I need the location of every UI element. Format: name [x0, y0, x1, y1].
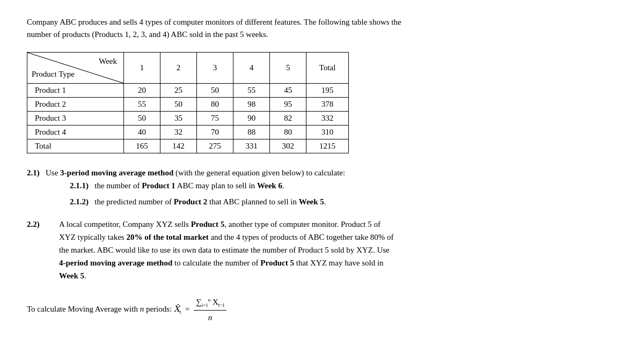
row-label: Product 1: [27, 84, 124, 98]
section-2-2-line5-suffix: .: [84, 271, 86, 280]
section-2-1-1-text2: ABC may plan to sell in: [175, 181, 257, 190]
section-2-1-2: 2.1.2) the predicted number of Product 2…: [70, 195, 617, 208]
table-cell: 82: [270, 112, 306, 126]
table-cell: 25: [160, 84, 197, 98]
week-label: Week: [99, 57, 117, 66]
table-cell: 98: [233, 98, 270, 112]
row-label: Total: [27, 139, 124, 153]
table-cell: 332: [306, 112, 349, 126]
table-row: Total1651422753313021215: [27, 139, 349, 153]
table-cell: 50: [160, 98, 197, 112]
table-cell: 55: [124, 98, 160, 112]
table-cell: 378: [306, 98, 349, 112]
section-2-1-2-number: 2.1.2): [70, 197, 89, 206]
section-2-1: 2.1) Use 3-period moving average method …: [27, 166, 617, 208]
table-cell: 80: [197, 98, 233, 112]
table-cell: 50: [197, 84, 233, 98]
table-cell: 88: [233, 126, 270, 139]
section-2-1-1-text3: .: [282, 181, 284, 190]
section-2-1-2-bold1: Product 2: [174, 197, 208, 206]
table-cell: 50: [124, 112, 160, 126]
section-2-2-line4-end: to calculate the number of: [172, 259, 260, 267]
table-row: Product 12025505545195: [27, 84, 349, 98]
intro-paragraph: Company ABC produces and sells 4 types o…: [27, 16, 617, 40]
section-2-2-line4-end2: that XYZ may have sold in: [294, 259, 384, 267]
table-cell: 331: [233, 139, 270, 153]
table-cell: 310: [306, 126, 349, 139]
table-cell: 142: [160, 139, 197, 153]
product-type-label: Product Type: [32, 70, 75, 79]
table-cell: 95: [270, 98, 306, 112]
table-row: Product 44032708880310: [27, 126, 349, 139]
section-2-1-text-suffix: (with the general equation given below) …: [173, 168, 345, 177]
col-header-2: 2: [160, 53, 197, 84]
table-cell: 165: [124, 139, 160, 153]
section-2-2-line3: the market. ABC would like to use its ow…: [59, 246, 390, 254]
section-2-2-bold2: 20% of the total market: [126, 233, 208, 241]
table-cell: 20: [124, 84, 160, 98]
table-cell: 32: [160, 126, 197, 139]
formula-prefix: To calculate Moving Average with: [27, 305, 140, 313]
col-header-5: 5: [270, 53, 306, 84]
section-2-2-bold4: Product 5: [260, 259, 294, 267]
section-2-2-number: 2.2): [27, 218, 59, 231]
section-2-1-1-bold2: Week 6: [257, 181, 282, 190]
row-label: Product 3: [27, 112, 124, 126]
col-header-1: 1: [124, 53, 160, 84]
table-cell: 90: [233, 112, 270, 126]
section-2-2-bold1: Product 5: [191, 220, 225, 228]
intro-line2: number of products (Products 1, 2, 3, an…: [27, 30, 268, 39]
col-header-total: Total: [306, 53, 349, 84]
section-2-1-1: 2.1.1) the number of Product 1 ABC may p…: [70, 179, 617, 192]
table-cell: 302: [270, 139, 306, 153]
data-table-container: Week Product Type 1 2 3 4 5 Total Produc…: [27, 52, 617, 153]
row-label: Product 2: [27, 98, 124, 112]
section-2-2-bold3: 4-period moving average method: [59, 259, 172, 267]
table-cell: 75: [197, 112, 233, 126]
section-2-1-2-text2: that ABC planned to sell in: [207, 197, 298, 206]
section-2-2-text1: A local competitor, Company XYZ sells: [59, 220, 191, 228]
table-cell: 1215: [306, 139, 349, 153]
section-2-1-1-bold1: Product 1: [142, 181, 175, 190]
section-2-1-2-bold2: Week 5: [299, 197, 324, 206]
section-2-1-number: 2.1): [27, 168, 40, 177]
section-2-2-line2-end: and the 4 types of products of ABC toget…: [209, 233, 394, 241]
section-2-1-1-number: 2.1.1): [70, 181, 89, 190]
formula-section: To calculate Moving Average with n perio…: [27, 295, 617, 325]
row-label: Product 4: [27, 126, 124, 139]
section-2-2-text2: , another type of computer monitor. Prod…: [224, 220, 380, 228]
table-row: Product 35035759082332: [27, 112, 349, 126]
section-2-2-line2-start: XYZ typically takes: [59, 233, 126, 241]
table-cell: 80: [270, 126, 306, 139]
table-cell: 40: [124, 126, 160, 139]
section-2-2-content: A local competitor, Company XYZ sells Pr…: [59, 218, 394, 282]
col-header-3: 3: [197, 53, 233, 84]
products-table: Week Product Type 1 2 3 4 5 Total Produc…: [27, 52, 349, 153]
formula-expression: X̂t = ∑i=1n Xt−i n: [174, 305, 226, 313]
section-2-1-text-prefix: Use: [46, 168, 60, 177]
table-row: Product 25550809895378: [27, 98, 349, 112]
table-cell: 275: [197, 139, 233, 153]
table-cell: 195: [306, 84, 349, 98]
section-2-2: 2.2) A local competitor, Company XYZ sel…: [27, 218, 617, 282]
table-cell: 55: [233, 84, 270, 98]
section-2-1-2-text: the predicted number of: [94, 197, 173, 206]
table-cell: 70: [197, 126, 233, 139]
formula-suffix: periods:: [144, 305, 174, 313]
col-header-4: 4: [233, 53, 270, 84]
diagonal-header-cell: Week Product Type: [27, 53, 124, 84]
table-cell: 35: [160, 112, 197, 126]
table-cell: 45: [270, 84, 306, 98]
section-2-2-line5: Week 5: [59, 271, 84, 280]
intro-line1: Company ABC produces and sells 4 types o…: [27, 18, 401, 26]
section-2-1-2-text3: .: [324, 197, 326, 206]
section-2-1-1-text: the number of: [94, 181, 142, 190]
table-header-row: Week Product Type 1 2 3 4 5 Total: [27, 53, 349, 84]
section-2-1-bold-method: 3-period moving average method: [60, 168, 173, 177]
